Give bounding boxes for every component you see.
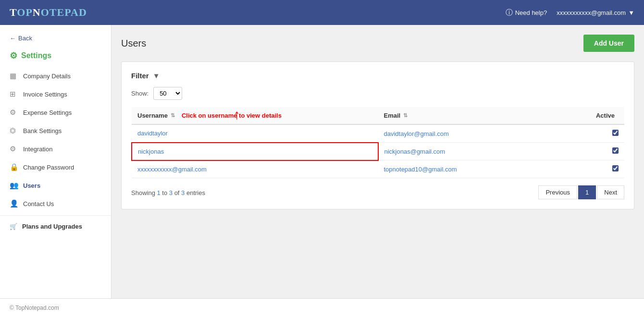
sidebar-item-label: Bank Settings — [23, 127, 62, 134]
building-icon: ▦ — [10, 72, 18, 80]
footer: © TopNotepad.com — [0, 298, 644, 317]
email-value: nickjonas@gmail.com — [384, 148, 446, 155]
filter-show-label: Show: — [131, 90, 149, 97]
plans-label: Plans and Upgrades — [22, 223, 82, 230]
username-link[interactable]: davidtaylor — [137, 130, 168, 137]
sidebar-item-label: Contact Us — [23, 200, 54, 207]
gear-icon: ⚙ — [10, 108, 18, 117]
table-row: davidtaylor davidtaylor@gmail.com — [132, 124, 624, 143]
active-col-label: Active — [596, 112, 615, 119]
col-active: Active — [554, 107, 624, 124]
col-email: Email ⇅ — [378, 107, 554, 124]
username-cell: xxxxxxxxxxx@gmail.com — [132, 160, 378, 178]
help-label: Need help? — [515, 9, 547, 16]
help-icon: ⓘ — [506, 8, 513, 17]
grid-icon: ⊞ — [10, 90, 18, 98]
filter-header: Filter ▼ — [131, 72, 624, 80]
sidebar-item-label: Expense Settings — [23, 109, 72, 116]
settings-gear-icon: ⚙ — [10, 50, 17, 61]
sidebar-item-label: Integration — [23, 146, 52, 153]
active-checkbox[interactable] — [612, 165, 619, 171]
pagination-row: Showing 1 to 3 of 3 entries Previous 1 N… — [131, 185, 624, 199]
content-header: Users Add User — [121, 35, 634, 52]
filter-show-row: Show: 50 10 25 100 — [131, 87, 624, 100]
main-layout: ← Back ⚙ Settings ▦ Company Details ⊞ In… — [0, 25, 644, 298]
sidebar-item-expense-settings[interactable]: ⚙ Expense Settings — [0, 103, 111, 122]
filter-show-select[interactable]: 50 10 25 100 — [153, 87, 182, 100]
username-col-label: Username — [137, 112, 168, 119]
pagination-buttons: Previous 1 Next — [538, 185, 624, 199]
email-sort-icon: ⇅ — [403, 112, 408, 119]
active-checkbox[interactable] — [612, 130, 619, 136]
sidebar-item-label: Company Details — [23, 73, 71, 80]
users-table: Username ⇅ Click on username to view det… — [131, 107, 624, 178]
settings-label: Settings — [21, 51, 51, 60]
sidebar-item-integration[interactable]: ⚙ Integration — [0, 140, 111, 158]
add-user-button[interactable]: Add User — [583, 35, 634, 52]
click-hint-text: Click on username to view details — [182, 112, 282, 119]
back-link[interactable]: ← Back — [0, 30, 111, 47]
sidebar-plans[interactable]: 🛒 Plans and Upgrades — [0, 218, 111, 235]
sidebar-item-label: Change Password — [23, 164, 74, 171]
header-right: ⓘ Need help? xxxxxxxxxxx@gmail.com ▼ — [506, 8, 634, 17]
next-button[interactable]: Next — [597, 185, 624, 199]
contact-icon: 👤 — [10, 199, 18, 208]
help-link[interactable]: ⓘ Need help? — [506, 8, 547, 17]
active-cell — [554, 160, 624, 178]
col-username: Username ⇅ Click on username to view det… — [132, 107, 378, 124]
sidebar-item-change-password[interactable]: 🔒 Change Password — [0, 158, 111, 176]
username-sort-icon: ⇅ — [171, 112, 175, 119]
filter-icon: ▼ — [153, 72, 160, 80]
sidebar-item-users[interactable]: 👥 Users — [0, 176, 111, 195]
page-title: Users — [121, 38, 146, 49]
username-link[interactable]: xxxxxxxxxxx@gmail.com — [137, 166, 207, 173]
sidebar-divider — [0, 215, 111, 216]
email-cell: davidtaylor@gmail.com — [378, 124, 554, 143]
table-header-row: Username ⇅ Click on username to view det… — [132, 107, 624, 124]
cart-icon: 🛒 — [10, 223, 17, 230]
filter-panel: Filter ▼ Show: 50 10 25 100 — [121, 61, 634, 209]
sidebar-item-label: Invoice Settings — [23, 91, 67, 98]
red-arrow-annotation: ↑ — [234, 108, 240, 122]
user-email: xxxxxxxxxxx@gmail.com — [557, 9, 626, 16]
sidebar: ← Back ⚙ Settings ▦ Company Details ⊞ In… — [0, 25, 111, 298]
back-arrow-icon: ← — [10, 35, 16, 42]
content-area: Users Add User Filter ▼ Show: 50 10 25 1… — [111, 25, 644, 298]
settings-header: ⚙ Settings — [0, 47, 111, 67]
username-cell: davidtaylor — [132, 124, 378, 143]
email-value: topnotepad10@gmail.com — [384, 166, 457, 173]
email-col-label: Email — [384, 112, 401, 119]
active-cell — [554, 124, 624, 143]
back-label: Back — [18, 35, 32, 42]
table-row-highlighted: nickjonas nickjonas@gmail.com — [132, 143, 624, 160]
user-email-menu[interactable]: xxxxxxxxxxx@gmail.com ▼ — [557, 9, 634, 16]
active-cell — [554, 143, 624, 160]
sidebar-item-label: Users — [23, 182, 40, 189]
page-1-button[interactable]: 1 — [578, 185, 596, 199]
username-cell-highlighted: nickjonas — [132, 143, 378, 160]
sidebar-item-company-details[interactable]: ▦ Company Details — [0, 67, 111, 85]
integration-icon: ⚙ — [10, 145, 18, 153]
bank-icon: ⏣ — [10, 126, 18, 135]
users-icon: 👥 — [10, 181, 18, 190]
sidebar-item-bank-settings[interactable]: ⏣ Bank Settings — [0, 122, 111, 140]
email-cell: topnotepad10@gmail.com — [378, 160, 554, 178]
email-cell: nickjonas@gmail.com — [378, 143, 554, 160]
username-link[interactable]: nickjonas — [138, 148, 164, 155]
sidebar-item-contact-us[interactable]: 👤 Contact Us — [0, 195, 111, 213]
header: TopNotepad ⓘ Need help? xxxxxxxxxxx@gmai… — [0, 0, 644, 25]
filter-title: Filter — [131, 72, 149, 80]
sidebar-item-invoice-settings[interactable]: ⊞ Invoice Settings — [0, 85, 111, 103]
table-wrapper: Username ⇅ Click on username to view det… — [131, 107, 624, 178]
table-row: xxxxxxxxxxx@gmail.com topnotepad10@gmail… — [132, 160, 624, 178]
previous-button[interactable]: Previous — [538, 185, 577, 199]
showing-text: Showing 1 to 3 of 3 entries — [131, 189, 205, 196]
lock-icon: 🔒 — [10, 163, 18, 171]
dropdown-arrow-icon: ▼ — [628, 9, 634, 16]
footer-text: © TopNotepad.com — [10, 305, 59, 311]
email-value: davidtaylor@gmail.com — [384, 130, 449, 137]
active-checkbox[interactable] — [612, 147, 619, 154]
app-logo: TopNotepad — [10, 6, 87, 19]
